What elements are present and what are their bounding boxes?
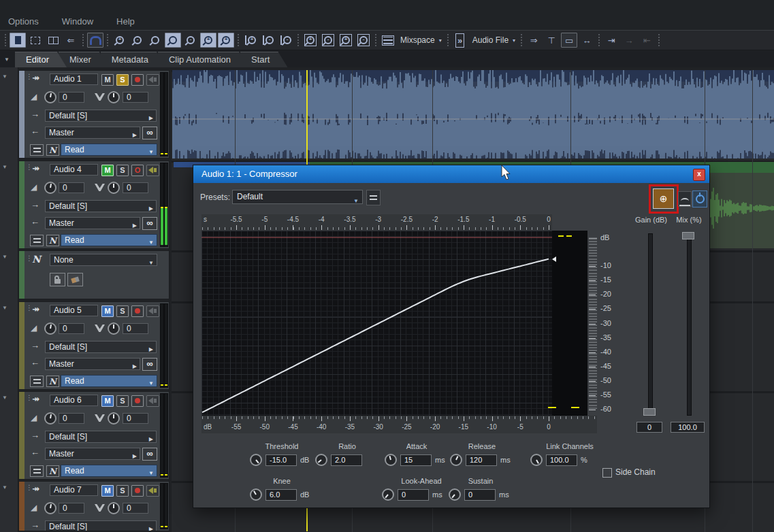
object-mode-icon[interactable] [45,33,61,48]
zoom-range-in-icon[interactable]: - [129,33,146,48]
pan-value-box[interactable]: 0 [123,92,148,103]
mix-slider-handle[interactable] [682,232,694,239]
track-name-input[interactable]: Audio 5 [50,305,98,316]
panel-view-button[interactable] [30,144,44,156]
volume-knob[interactable] [44,182,57,194]
monitor-button[interactable] [146,74,159,86]
menu-item-options[interactable]: Options [5,16,42,27]
knob-value-box[interactable]: 0 [464,489,496,501]
aux-send-select[interactable]: Default [S]▶ [45,431,157,443]
pan-knob[interactable] [108,91,120,103]
solo-button[interactable]: S [116,165,129,176]
volume-knob[interactable] [44,91,57,103]
record-button[interactable] [131,305,144,317]
solo-button[interactable]: S [116,395,129,407]
zoom-right-edge-icon[interactable]: - [260,33,276,48]
volume-value-box[interactable]: 0 [59,413,84,424]
pan-knob[interactable] [108,182,120,194]
power-button[interactable] [692,190,707,207]
track-color-strip[interactable] [19,161,25,248]
menu-item-help[interactable]: Help [114,16,138,27]
automation-parameter-select[interactable]: None▼ [50,254,157,266]
volume-value-box[interactable]: 0 [59,503,84,514]
mixspace-select[interactable]: Mixspace▾ [380,33,444,48]
gain-slider-track[interactable] [648,233,653,416]
link-button[interactable]: ∞ [142,358,157,371]
collapse-arrow-icon[interactable]: ▼ [2,164,7,170]
knob[interactable] [250,454,262,466]
knob-value-box[interactable]: 0 [398,489,429,501]
automation-curve-button[interactable]: N [46,235,59,246]
lock-button[interactable] [50,273,65,286]
pan-value-box[interactable]: 0 [123,413,148,424]
volume-knob[interactable] [44,412,57,425]
volume-knob[interactable] [44,322,57,335]
pan-value-box[interactable]: 0 [123,503,148,514]
record-button[interactable]: O [131,165,144,176]
knob[interactable] [382,488,394,501]
track-name-input[interactable]: Audio 1 [50,73,98,85]
zoom-frame-section-icon[interactable]: - [355,33,372,48]
volume-value-box[interactable]: 0 [59,182,84,193]
track-name-input[interactable]: Audio 4 [50,164,98,176]
automation-curve-button[interactable]: N [46,376,59,387]
volume-knob[interactable] [44,502,57,514]
mute-button[interactable]: M [101,395,114,407]
pan-knob[interactable] [108,502,120,514]
move-object-icon[interactable]: ⇒ [526,33,542,48]
panel-view-button[interactable] [30,465,44,477]
volume-value-box[interactable]: 0 [59,323,84,334]
monitor-button[interactable] [146,305,159,317]
knob[interactable] [315,454,327,466]
automation-curve-button[interactable]: N [46,144,59,156]
monitor-button[interactable] [146,165,159,176]
automation-mode-select[interactable]: Read▼ [61,375,157,387]
mute-object-icon[interactable]: ▭ [561,33,577,48]
automation-mode-select[interactable]: Read▼ [61,465,157,477]
knob-value-box[interactable]: 2.0 [331,454,362,466]
compressor-graph[interactable] [201,231,552,416]
automation-mode-select[interactable]: Read▼ [61,234,157,246]
track-color-strip[interactable] [19,392,25,479]
output-select[interactable]: Master▶ [45,217,140,229]
collapse-arrow-icon[interactable]: ▼ [2,254,7,260]
zoom-select-icon[interactable] [165,33,181,48]
preset-list-button[interactable] [366,190,381,205]
output-select[interactable]: Master▶ [45,448,140,460]
record-button[interactable] [131,74,144,86]
bypass-button[interactable] [678,191,692,207]
tab-metadata[interactable]: Metadata [101,52,166,67]
zoom-left-edge-icon[interactable]: + [242,33,259,48]
pan-knob[interactable] [108,412,120,425]
volume-value-box[interactable]: 0 [59,92,84,103]
collapse-arrow-icon[interactable]: ▼ [2,484,7,491]
zoom-frame-all-icon[interactable]: + [338,33,354,48]
range-mode-icon[interactable] [27,33,44,48]
crossfade-icon[interactable]: ↔ [579,33,595,48]
audio1-waveform-clip[interactable] [172,70,774,159]
knob[interactable] [385,454,397,466]
pan-value-box[interactable]: 0 [123,182,148,193]
panel-view-button[interactable] [30,376,44,387]
knob[interactable] [250,488,262,501]
knob-value-box[interactable]: 15 [400,454,432,466]
zoom-frame-out-icon[interactable]: - [320,33,336,48]
gain-value-box[interactable]: 0 [636,422,662,433]
zoom-frame-in-icon[interactable]: + [302,33,319,48]
zoom-range-out-icon[interactable]: + [112,33,128,48]
side-chain-checkbox[interactable] [602,468,612,478]
audiofile-select[interactable]: »Audio File▾ [452,33,517,48]
preset-select[interactable]: Default ▼ [232,190,363,204]
solo-button[interactable]: S [116,305,129,317]
collapse-arrow-icon[interactable]: ▼ [2,395,7,401]
curve-mode-icon[interactable]: ⇐ [63,33,79,48]
track-color-strip[interactable] [19,71,25,158]
track-color-strip[interactable] [19,482,25,531]
panel-view-button[interactable] [30,235,44,246]
link-button[interactable]: ∞ [142,127,157,139]
zoom-height-icon[interactable]: - [278,33,294,48]
track-color-strip[interactable] [19,302,25,389]
collapse-arrow-icon[interactable]: ▼ [2,73,7,80]
knob[interactable] [449,488,461,501]
output-select[interactable]: Master▶ [45,127,140,139]
